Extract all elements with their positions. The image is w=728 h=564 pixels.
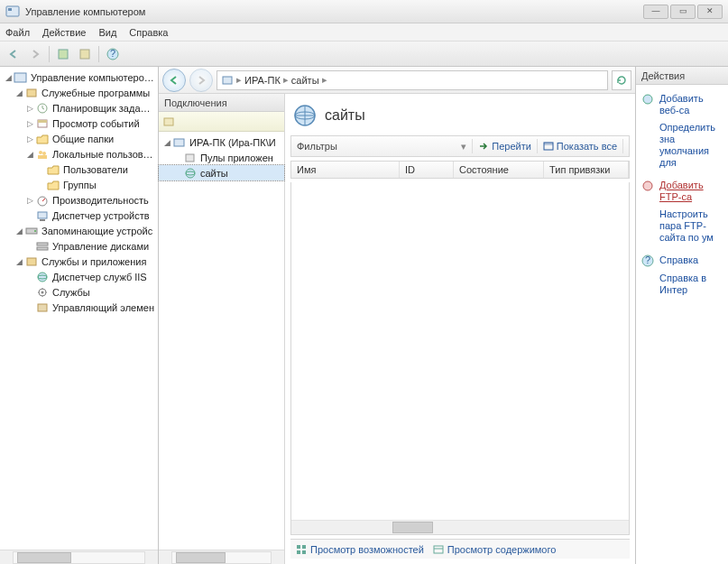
tree-groups[interactable]: Группы	[0, 177, 158, 192]
col-binding[interactable]: Тип привязки	[544, 162, 629, 178]
crumb-node[interactable]: сайты	[291, 75, 319, 86]
back-button[interactable]	[4, 44, 23, 64]
action-set-defaults[interactable]: Определить зна умолчания для	[641, 119, 723, 171]
menu-view[interactable]: Вид	[98, 27, 116, 38]
action-add-site[interactable]: Добавить веб-са	[641, 90, 723, 119]
mmc-tree[interactable]: ◢Управление компьютером (л ◢Служебные пр…	[0, 67, 158, 550]
tree-systools[interactable]: ◢Служебные программы	[0, 85, 158, 100]
tree-iis[interactable]: Диспетчер служб IIS	[0, 269, 158, 284]
svg-rect-2	[59, 50, 68, 59]
tree-scheduler[interactable]: ▷Планировщик заданий	[0, 100, 158, 116]
svg-point-11	[39, 151, 42, 154]
svg-rect-27	[223, 77, 232, 84]
tab-content[interactable]: Просмотр содержимого	[433, 544, 557, 555]
svg-point-12	[42, 152, 46, 155]
maximize-button[interactable]: ▭	[670, 5, 696, 19]
conn-sites[interactable]: сайты	[159, 165, 284, 180]
view-tabs: Просмотр возможностей Просмотр содержимо…	[290, 539, 630, 559]
col-id[interactable]: ID	[400, 162, 454, 178]
svg-rect-10	[38, 120, 47, 123]
tree-services[interactable]: Службы	[0, 284, 158, 300]
menu-help[interactable]: Справка	[129, 27, 168, 38]
connections-header: Подключения	[159, 94, 284, 112]
center-panel: ▸ ИРА-ПК ▸ сайты ▸ Подключения ◢ИРА-ПК (…	[159, 67, 636, 564]
tree-wmi[interactable]: Управляющий элемен	[0, 300, 158, 315]
nav-forward-button[interactable]	[189, 69, 213, 92]
tree-diskmgr[interactable]: Управление дисками	[0, 238, 158, 254]
conn-server[interactable]: ◢ИРА-ПК (Ира-ПК\И	[159, 134, 284, 150]
server-icon	[221, 74, 234, 87]
svg-rect-41	[434, 546, 443, 553]
toolbar: ?	[0, 42, 728, 67]
col-state[interactable]: Состояние	[454, 162, 544, 178]
content-title-row: сайты	[290, 99, 630, 132]
filter-label: Фильтры	[297, 141, 337, 152]
tree-storage[interactable]: ◢Запоминающие устройс	[0, 223, 158, 238]
conn-pools[interactable]: Пулы приложен	[159, 150, 284, 165]
sites-icon	[292, 103, 318, 128]
tool-button-1[interactable]	[53, 44, 73, 64]
filter-go[interactable]: Перейти	[478, 141, 531, 152]
svg-rect-1	[8, 8, 12, 11]
svg-point-25	[41, 291, 44, 293]
svg-point-22	[38, 273, 47, 282]
close-button[interactable]: ✕	[697, 5, 723, 19]
tree-services-apps[interactable]: ◢Службы и приложения	[0, 254, 158, 269]
action-help[interactable]: ?Справка	[641, 252, 723, 270]
svg-rect-6	[14, 73, 26, 82]
breadcrumb[interactable]: ▸ ИРА-ПК ▸ сайты ▸	[217, 70, 608, 90]
menu-file[interactable]: Файл	[5, 27, 30, 38]
grid-body[interactable]	[290, 182, 630, 535]
svg-rect-29	[174, 139, 184, 146]
menu-action[interactable]: Действие	[42, 27, 86, 38]
left-tree-panel: ◢Управление компьютером (л ◢Служебные пр…	[0, 67, 159, 564]
svg-point-31	[186, 169, 195, 178]
svg-rect-3	[80, 50, 89, 59]
svg-rect-37	[297, 545, 300, 549]
connections-tool-icon[interactable]	[162, 116, 175, 128]
svg-rect-30	[186, 154, 194, 162]
svg-rect-40	[302, 550, 306, 554]
tree-eventvwr[interactable]: ▷Просмотр событий	[0, 116, 158, 131]
svg-rect-15	[38, 212, 47, 218]
svg-rect-16	[40, 219, 45, 221]
address-bar: ▸ ИРА-ПК ▸ сайты ▸	[159, 67, 635, 94]
connections-toolbar	[159, 112, 284, 132]
col-name[interactable]: Имя	[291, 162, 400, 178]
conn-scrollbar[interactable]	[159, 550, 284, 564]
grid-header[interactable]: Имя ID Состояние Тип привязки	[290, 161, 630, 179]
window-titlebar: Управление компьютером — ▭ ✕	[0, 0, 728, 23]
svg-rect-19	[37, 243, 48, 245]
help-button[interactable]: ?	[103, 44, 123, 64]
forward-button[interactable]	[25, 44, 45, 64]
tree-perf[interactable]: ▷Производительность	[0, 192, 158, 208]
tab-features[interactable]: Просмотр возможностей	[296, 544, 424, 555]
tree-users[interactable]: Пользователи	[0, 162, 158, 177]
connections-tree[interactable]: ◢ИРА-ПК (Ира-ПК\И Пулы приложен сайты	[159, 132, 284, 550]
svg-rect-0	[6, 6, 19, 16]
refresh-button[interactable]	[612, 70, 631, 90]
svg-rect-7	[27, 89, 36, 97]
svg-point-18	[34, 230, 36, 232]
tool-button-2[interactable]	[75, 44, 95, 64]
action-online-help[interactable]: Справка в Интер	[641, 270, 723, 299]
tree-localusers[interactable]: ◢Локальные пользовате	[0, 146, 158, 162]
svg-point-43	[643, 181, 652, 190]
tree-devmgr[interactable]: Диспетчер устройств	[0, 208, 158, 223]
menu-bar: Файл Действие Вид Справка	[0, 23, 728, 42]
tree-root[interactable]: ◢Управление компьютером (л	[0, 69, 158, 85]
left-scrollbar[interactable]	[0, 550, 158, 564]
connections-panel: Подключения ◢ИРА-ПК (Ира-ПК\И Пулы прило…	[159, 94, 285, 564]
svg-text:?: ?	[645, 254, 650, 265]
tree-shared[interactable]: ▷Общие папки	[0, 131, 158, 146]
filter-showall[interactable]: Показать все	[543, 141, 617, 152]
content-title: сайты	[325, 107, 365, 124]
crumb-host[interactable]: ИРА-ПК	[244, 75, 281, 86]
action-ftp-defaults[interactable]: Настроить пара FTP-сайта по ум	[641, 206, 723, 246]
window-title: Управление компьютером	[25, 6, 145, 17]
nav-back-button[interactable]	[162, 69, 186, 92]
grid-scrollbar[interactable]	[291, 520, 629, 534]
action-add-ftp[interactable]: Добавить FTP-са	[641, 177, 723, 206]
svg-rect-13	[38, 155, 47, 159]
minimize-button[interactable]: —	[643, 5, 668, 19]
